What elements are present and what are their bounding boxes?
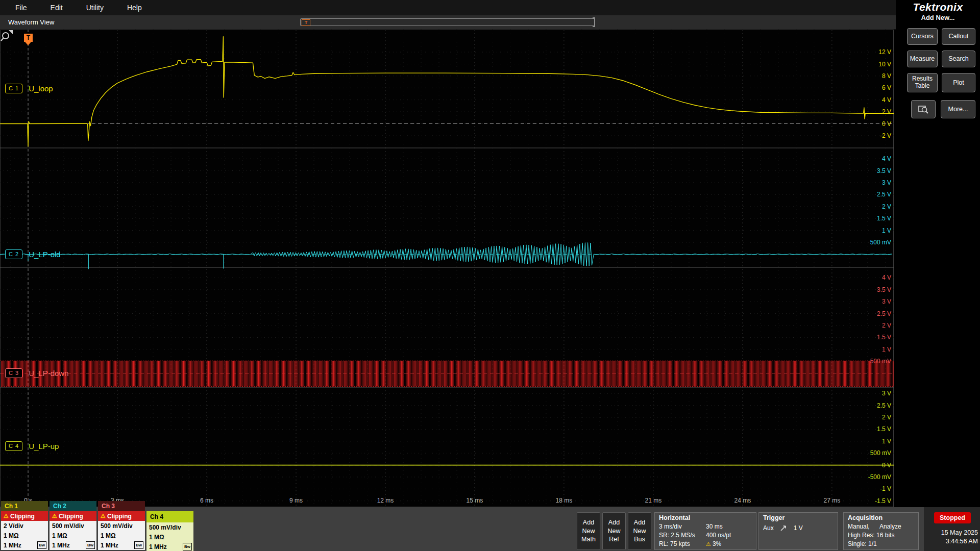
- date: 15 May 2025: [929, 529, 978, 537]
- menu-item-help[interactable]: Help: [127, 4, 142, 12]
- scale-label-ch4: 3 V: [882, 390, 891, 397]
- scale-label-ch3: 2.5 V: [877, 310, 891, 317]
- channel1-bandwidth-row: 1 MHzBw: [1, 540, 48, 550]
- run-stop-status-button[interactable]: Stopped: [934, 512, 971, 523]
- warning-icon: ⚠: [52, 513, 57, 519]
- channel4-label[interactable]: C 4 U_LP-up: [5, 440, 59, 452]
- channel2-bandwidth: 1 MHz: [52, 542, 70, 549]
- results-table-button[interactable]: Results Table: [907, 73, 938, 92]
- acquisition-mode: Manual,: [848, 523, 879, 530]
- channel4-impedance: 1 MΩ: [146, 532, 193, 542]
- tab-channel2[interactable]: Ch 2: [50, 501, 96, 511]
- acquisition-analyze: Analyze: [879, 523, 901, 530]
- menu-bar: File Edit Utility Help: [0, 0, 896, 15]
- measure-button[interactable]: Measure: [907, 51, 938, 67]
- scale-label-ch4: 1.5 V: [877, 425, 891, 433]
- add-new-ref-button[interactable]: Add New Ref: [602, 512, 626, 550]
- trigger-position-marker[interactable]: T: [302, 19, 310, 26]
- scale-label-ch3: 1.5 V: [877, 334, 891, 341]
- channel2-name: U_LP-old: [29, 250, 61, 259]
- more-button[interactable]: More...: [941, 100, 975, 118]
- warning-icon: ⚠: [101, 513, 106, 519]
- channel3-clipping-row: ⚠Clipping: [98, 511, 145, 521]
- channel1-badge[interactable]: C 1: [5, 84, 22, 93]
- add-new-label: Add New...: [896, 14, 980, 21]
- trigger-flag-icon[interactable]: T: [24, 34, 33, 42]
- channel4-scale: 500 mV/div: [146, 522, 193, 532]
- search-button[interactable]: Search: [942, 51, 975, 67]
- horizontal-percent: 3%: [713, 540, 721, 547]
- scale-label-ch4: -1.5 V: [875, 497, 891, 505]
- tab-channel4[interactable]: Ch 4: [146, 511, 193, 522]
- tektronix-logo: Tektronix: [896, 1, 980, 13]
- trigger-level: 1 V: [794, 524, 803, 532]
- menu-item-file[interactable]: File: [15, 4, 27, 12]
- callout-button[interactable]: Callout: [942, 28, 975, 45]
- zoom-mode-button[interactable]: [911, 100, 936, 118]
- plot-overlay: T C 1 U_loop C 2 U_LP-old C 3 U_LP-down …: [0, 30, 894, 507]
- waveform-display[interactable]: T C 1 U_loop C 2 U_LP-old C 3 U_LP-down …: [0, 30, 894, 507]
- plot-button[interactable]: Plot: [942, 73, 975, 92]
- scale-label-ch4: 0 V: [882, 462, 891, 469]
- trigger-slope-icon: [780, 524, 788, 532]
- zoom-overview-icon[interactable]: [0, 30, 13, 43]
- tab-channel1[interactable]: Ch 1: [1, 501, 48, 511]
- channel1-impedance: 1 MΩ: [1, 531, 48, 540]
- horizontal-title: Horizontal: [659, 514, 752, 521]
- channel4-bandwidth: 1 MHz: [149, 543, 167, 550]
- warning-icon: ⚠: [4, 513, 9, 519]
- channel2-clipping-row: ⚠Clipping: [50, 511, 96, 521]
- channel3-settings-card[interactable]: ⚠Clipping 500 mV/div 1 MΩ 1 MHzBw: [98, 511, 145, 550]
- channel1-label[interactable]: C 1 U_loop: [5, 83, 53, 94]
- menu-item-utility[interactable]: Utility: [86, 4, 104, 12]
- add-new-math-button[interactable]: Add New Math: [577, 512, 600, 550]
- bandwidth-limit-icon: Bw: [86, 541, 95, 549]
- scale-label-ch3: 1 V: [882, 346, 891, 353]
- scale-label-ch4: -1 V: [880, 485, 891, 492]
- channel4-badge[interactable]: C 4: [5, 441, 22, 451]
- acquisition-panel[interactable]: Acquisition Manual,Analyze High Res: 16 …: [843, 512, 919, 550]
- horizontal-position-scrollbar[interactable]: T: [300, 18, 595, 26]
- channel2-settings-card[interactable]: ⚠Clipping 500 mV/div 1 MΩ 1 MHzBw: [50, 511, 96, 550]
- channel1-clipping-row: ⚠Clipping: [1, 511, 48, 521]
- channel3-name: U_LP-down: [29, 369, 68, 378]
- tab-channel3[interactable]: Ch 3: [98, 501, 145, 511]
- trigger-panel[interactable]: Trigger Aux 1 V: [758, 512, 838, 550]
- scale-label-ch3: 4 V: [882, 274, 891, 281]
- horizontal-scale: 3 ms/div: [659, 523, 706, 530]
- trigger-source: Aux: [763, 524, 774, 532]
- scale-label-ch4: 500 mV: [870, 449, 891, 457]
- add-new-bus-button[interactable]: Add New Bus: [628, 512, 651, 550]
- scale-label-ch2: 4 V: [882, 155, 891, 162]
- channel3-label[interactable]: C 3 U_LP-down: [5, 367, 69, 379]
- time-axis-label: 24 ms: [726, 497, 759, 504]
- scale-label-ch1: 10 V: [878, 61, 891, 68]
- acquisition-title: Acquisition: [848, 514, 914, 521]
- channel1-settings-card[interactable]: ⚠Clipping 2 V/div 1 MΩ 1 MHzBw: [1, 511, 48, 550]
- channel3-badge[interactable]: C 3: [5, 368, 22, 378]
- channel2-label[interactable]: C 2 U_LP-old: [5, 248, 61, 260]
- bandwidth-limit-icon: Bw: [134, 541, 143, 549]
- menu-item-edit[interactable]: Edit: [51, 4, 63, 12]
- channel3-bandwidth: 1 MHz: [101, 542, 118, 549]
- warning-icon: ⚠: [706, 541, 711, 547]
- scale-label-ch4: -500 mV: [868, 473, 891, 481]
- horizontal-panel[interactable]: Horizontal 3 ms/div30 ms SR: 2.5 MS/s400…: [654, 512, 756, 550]
- channel4-settings-card[interactable]: 500 mV/div 1 MΩ 1 MHzBw: [146, 522, 193, 551]
- channel4-name: U_LP-up: [29, 442, 59, 450]
- scale-label-ch4: 1 V: [882, 438, 891, 445]
- channel1-bandwidth: 1 MHz: [4, 542, 21, 549]
- time-axis-label: 12 ms: [369, 497, 402, 504]
- sample-rate: SR: 2.5 MS/s: [659, 532, 706, 539]
- channel1-clipping-text: Clipping: [10, 513, 35, 520]
- time-axis-label: 15 ms: [458, 497, 491, 504]
- cursors-button[interactable]: Cursors: [907, 28, 938, 45]
- time-axis-label: 6 ms: [190, 497, 223, 504]
- acquisition-single: Single: 1/1: [848, 540, 914, 547]
- scale-label-ch1: 6 V: [882, 84, 891, 91]
- acquisition-resolution: High Res: 16 bits: [848, 532, 914, 539]
- trigger-title: Trigger: [763, 514, 834, 521]
- scale-label-ch2: 500 mV: [870, 239, 891, 246]
- channel2-badge[interactable]: C 2: [5, 249, 22, 259]
- channel2-bandwidth-row: 1 MHzBw: [50, 540, 96, 550]
